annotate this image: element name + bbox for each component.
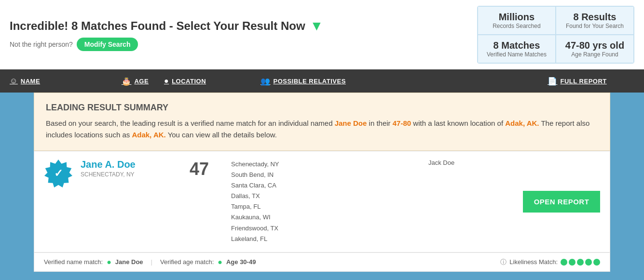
summary-body: Based on your search, the leading result… bbox=[46, 118, 598, 141]
age-value: 47 bbox=[190, 159, 209, 179]
stats-grid: Millions Records Searched 8 Results Foun… bbox=[477, 6, 634, 64]
likeliness-dot bbox=[561, 259, 567, 266]
location-item: Tampa, FL bbox=[231, 201, 421, 212]
summary-text-before: Based on your search, the leading result… bbox=[46, 119, 335, 127]
pin-icon: ● bbox=[164, 77, 169, 85]
banner-title: Incredible! 8 Matches Found - Select You… bbox=[10, 18, 469, 34]
modify-search-button[interactable]: Modify Search bbox=[77, 38, 138, 51]
likeliness-dot bbox=[585, 259, 592, 266]
nav-relatives[interactable]: 👥 POSSIBLE RELATIVES bbox=[260, 77, 548, 86]
verified-name-label: Verified name match: bbox=[44, 258, 103, 266]
location-item: Santa Clara, CA bbox=[231, 180, 421, 191]
summary-name-highlight: Jane Doe bbox=[335, 119, 367, 127]
title-text: Incredible! 8 Matches Found - Select You… bbox=[10, 19, 305, 33]
not-right-label: Not the right person? bbox=[10, 40, 73, 48]
location-item: Friendswood, TX bbox=[231, 223, 421, 234]
verified-badge: ✓ bbox=[44, 159, 73, 188]
footer-bar: Verified name match: ● Jane Doe | Verifi… bbox=[34, 253, 610, 272]
top-banner: Incredible! 8 Matches Found - Select You… bbox=[0, 0, 644, 69]
footer-left: Verified name match: ● Jane Doe | Verifi… bbox=[44, 258, 256, 267]
table-nav: ☺ NAME 🎂 AGE ● LOCATION 👥 POSSIBLE RELAT… bbox=[0, 69, 644, 93]
verified-name-dot: ● bbox=[107, 258, 111, 267]
nav-age-label: AGE bbox=[134, 78, 149, 85]
nav-name[interactable]: ☺ NAME bbox=[10, 77, 106, 85]
stat-age-range-main: 47-80 yrs old bbox=[565, 40, 625, 51]
down-arrow-icon: ▼ bbox=[310, 18, 324, 34]
verified-age-value: Age 30-49 bbox=[226, 258, 256, 266]
summary-location2-highlight: Adak, AK. bbox=[132, 131, 165, 139]
summary-title: LEADING RESULT SUMMARY bbox=[46, 103, 598, 113]
nav-location[interactable]: ● LOCATION bbox=[164, 77, 260, 85]
person-icon: ☺ bbox=[10, 77, 18, 85]
group-icon: 👥 bbox=[260, 77, 271, 86]
stat-results: 8 Results Found for Your Search bbox=[556, 6, 634, 35]
likeliness-dot bbox=[593, 259, 600, 266]
person-name: Jane A. Doe bbox=[81, 159, 167, 170]
location-item: South Bend, IN bbox=[231, 170, 421, 180]
relatives-column: Jack Doe bbox=[428, 159, 515, 166]
stat-age-range: 47-80 yrs old Age Range Found bbox=[556, 35, 634, 63]
nav-report[interactable]: 📄 FULL REPORT bbox=[548, 77, 634, 86]
location-item: Dallas, TX bbox=[231, 191, 421, 201]
locations-column: Schenectady, NYSouth Bend, INSanta Clara… bbox=[231, 159, 421, 244]
cake-icon: 🎂 bbox=[122, 77, 132, 86]
nav-age[interactable]: 🎂 AGE bbox=[106, 77, 164, 86]
verified-age-dot: ● bbox=[218, 258, 222, 267]
stat-millions-main: Millions bbox=[487, 12, 547, 23]
stat-matches-main: 8 Matches bbox=[487, 40, 547, 51]
not-right-row: Not the right person? Modify Search bbox=[10, 38, 469, 51]
separator: | bbox=[151, 258, 152, 266]
footer-right: ⓘ Likeliness Match: bbox=[500, 258, 600, 267]
info-icon: ⓘ bbox=[500, 258, 507, 267]
open-report-button[interactable]: OPEN REPORT bbox=[523, 191, 600, 213]
verified-age-label: Verified age match: bbox=[160, 258, 214, 266]
stat-matches: 8 Matches Verified Name Matches bbox=[478, 35, 556, 63]
nav-name-label: NAME bbox=[21, 78, 40, 85]
likeliness-dot bbox=[577, 259, 584, 266]
likeliness-dots bbox=[561, 259, 600, 266]
relative-item: Jack Doe bbox=[428, 159, 515, 166]
leading-result-summary: LEADING RESULT SUMMARY Based on your sea… bbox=[34, 93, 610, 151]
person-info: Jane A. Doe SCHENECTADY, NY bbox=[81, 159, 167, 178]
age-column: 47 bbox=[175, 159, 223, 179]
stat-millions: Millions Records Searched bbox=[478, 6, 556, 35]
nav-relatives-label: POSSIBLE RELATIVES bbox=[274, 78, 346, 85]
likeliness-dot bbox=[569, 259, 575, 266]
summary-age-highlight: 47-80 bbox=[393, 119, 411, 127]
stat-millions-sub: Records Searched bbox=[487, 23, 547, 29]
banner-left: Incredible! 8 Matches Found - Select You… bbox=[10, 6, 469, 64]
nav-location-label: LOCATION bbox=[172, 78, 206, 85]
summary-location1-highlight: Adak, AK. bbox=[505, 119, 539, 127]
stat-results-sub: Found for Your Search bbox=[565, 23, 625, 29]
location-item: Schenectady, NY bbox=[231, 159, 421, 170]
person-location: SCHENECTADY, NY bbox=[81, 171, 167, 178]
stat-results-main: 8 Results bbox=[565, 12, 625, 23]
stat-age-range-sub: Age Range Found bbox=[565, 51, 625, 58]
likeliness-label: Likeliness Match: bbox=[509, 258, 558, 266]
stat-matches-sub: Verified Name Matches bbox=[487, 51, 547, 58]
location-item: Kaukauna, WI bbox=[231, 212, 421, 223]
result-card: ✓ Jane A. Doe SCHENECTADY, NY 47 Schenec… bbox=[34, 151, 610, 253]
verified-name-value: Jane Doe bbox=[115, 258, 143, 266]
nav-report-label: FULL REPORT bbox=[561, 78, 607, 85]
checkmark-icon: ✓ bbox=[54, 167, 63, 180]
document-icon: 📄 bbox=[548, 77, 558, 86]
location-item: Lakeland, FL bbox=[231, 234, 421, 244]
